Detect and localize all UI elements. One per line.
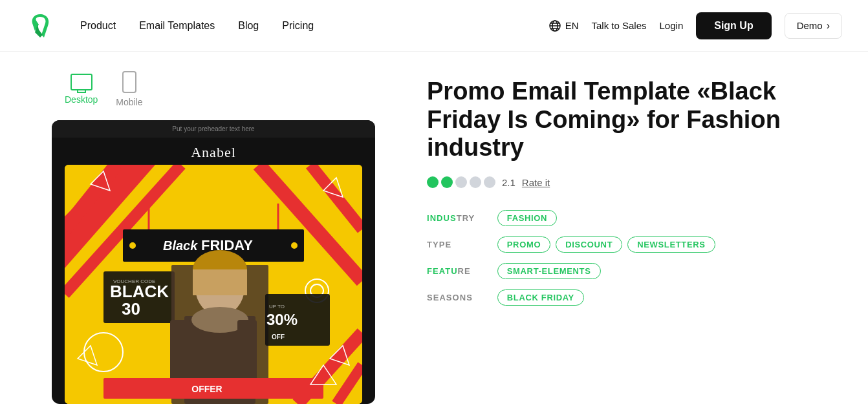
tag-label-seasons: SEASONS	[427, 284, 497, 311]
tag-label-feature: FEATURE	[427, 258, 497, 284]
tag-list-feature: SMART-ELEMENTS	[497, 258, 816, 284]
tag-black-friday[interactable]: BLACK FRIDAY	[497, 289, 584, 306]
tags-table: INDUSTRY FASHION TYPE PROMO DISCOUNT	[427, 205, 816, 311]
preheader-text: Put your preheader text here	[172, 125, 254, 132]
right-panel: Promo Email Template «Black Friday Is Co…	[427, 71, 816, 311]
preheader-bar: Put your preheader text here	[52, 120, 375, 138]
desktop-icon	[71, 74, 92, 90]
svg-rect-37	[237, 320, 257, 384]
star-4	[470, 176, 481, 188]
svg-point-24	[129, 242, 136, 249]
navbar: Product Email Templates Blog Pricing EN …	[0, 0, 868, 52]
star-2	[441, 176, 453, 188]
svg-text:Black
             FRIDAY: Black FRIDAY	[163, 237, 253, 253]
signup-button[interactable]: Sign Up	[696, 12, 771, 39]
star-3	[455, 176, 467, 188]
svg-rect-36	[170, 320, 190, 384]
tag-smart-elements[interactable]: SMART-ELEMENTS	[497, 263, 601, 279]
view-toggle: Desktop Mobile	[52, 71, 388, 107]
svg-point-25	[291, 242, 298, 249]
email-preview: Put your preheader text here Anabel	[52, 120, 375, 404]
svg-text:UP TO: UP TO	[269, 304, 285, 310]
product-title: Promo Email Template «Black Friday Is Co…	[427, 78, 816, 162]
tag-label-highlight: INDUS	[427, 213, 457, 223]
svg-text:OFFER: OFFER	[191, 384, 222, 394]
brand-name: Anabel	[52, 138, 375, 165]
rate-it-link[interactable]: Rate it	[522, 177, 550, 188]
left-panel: Desktop Mobile Put your preheader text h…	[52, 71, 388, 404]
tag-feature-highlight: FEATU	[427, 266, 458, 276]
talk-to-sales-link[interactable]: Talk to Sales	[591, 20, 646, 31]
nav-email-templates[interactable]: Email Templates	[139, 20, 215, 32]
tag-row-industry: INDUSTRY FASHION	[427, 205, 816, 231]
demo-label: Demo	[797, 20, 823, 31]
tag-row-feature: FEATURE SMART-ELEMENTS	[427, 258, 816, 284]
tag-row-type: TYPE PROMO DISCOUNT NEWSLETTERS	[427, 231, 816, 258]
globe-icon	[548, 19, 561, 32]
desktop-toggle[interactable]: Desktop	[65, 74, 98, 105]
tag-list-seasons: BLACK FRIDAY	[497, 284, 816, 311]
svg-rect-33	[193, 269, 247, 295]
language-button[interactable]: EN	[548, 19, 579, 32]
tag-promo[interactable]: PROMO	[497, 236, 550, 253]
email-banner: Black FRIDAY VOUCHER CODE BLACK 30	[65, 165, 362, 404]
mobile-toggle[interactable]: Mobile	[116, 71, 142, 107]
rating-row: 2.1 Rate it	[427, 176, 816, 188]
rating-value: 2.1	[502, 177, 515, 188]
tag-label-type: TYPE	[427, 231, 497, 258]
svg-text:OFF: OFF	[272, 333, 285, 341]
nav-pricing[interactable]: Pricing	[282, 20, 314, 32]
tag-label-industry: INDUSTRY	[427, 205, 497, 231]
tag-list-type: PROMO DISCOUNT NEWSLETTERS	[497, 231, 816, 258]
chevron-right-icon: ›	[827, 20, 830, 32]
star-5	[484, 176, 495, 188]
mobile-icon	[122, 71, 136, 93]
demo-button[interactable]: Demo ›	[785, 13, 842, 39]
logo[interactable]	[26, 12, 54, 40]
stars	[427, 176, 495, 188]
tag-list-industry: FASHION	[497, 205, 816, 231]
svg-text:30%: 30%	[266, 311, 298, 328]
nav-product[interactable]: Product	[80, 20, 116, 32]
tag-feature-rest: RE	[458, 266, 471, 276]
tag-discount[interactable]: DISCOUNT	[556, 236, 622, 253]
lang-label: EN	[565, 20, 579, 31]
main-content: Desktop Mobile Put your preheader text h…	[0, 52, 868, 420]
tag-newsletters[interactable]: NEWSLETTERS	[627, 236, 715, 253]
login-link[interactable]: Login	[660, 20, 684, 31]
desktop-label: Desktop	[65, 94, 98, 105]
svg-text:BLACK: BLACK	[110, 282, 169, 301]
nav-right: EN Talk to Sales Login Sign Up Demo ›	[548, 12, 842, 39]
mobile-label: Mobile	[116, 97, 142, 107]
star-1	[427, 176, 439, 188]
tag-label-rest: TRY	[457, 213, 475, 223]
tag-row-seasons: SEASONS BLACK FRIDAY	[427, 284, 816, 311]
nav-links: Product Email Templates Blog Pricing	[80, 20, 548, 32]
tag-fashion[interactable]: FASHION	[497, 210, 557, 226]
svg-text:30: 30	[122, 299, 140, 319]
nav-blog[interactable]: Blog	[238, 20, 259, 32]
